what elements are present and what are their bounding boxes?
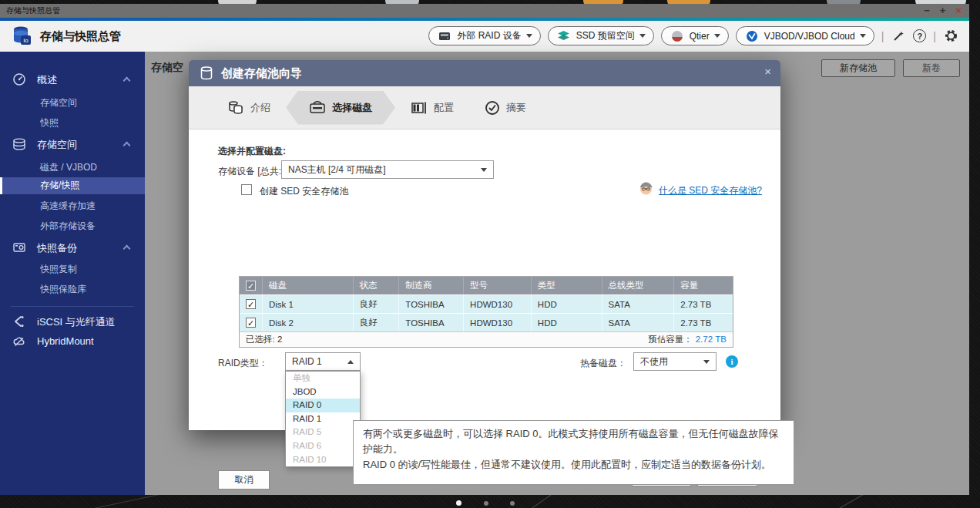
minimize-button[interactable]: − xyxy=(924,5,930,17)
selected-indicator xyxy=(0,177,2,194)
disk-table-header: ✓ 磁盘 状态 制造商 型号 类型 总线类型 容量 xyxy=(240,277,733,294)
table-row-disk2[interactable]: ✓ Disk 2 良好 TOSHIBA HDWD130 HDD SATA 2.7… xyxy=(240,313,733,331)
pool-cylinder-icon xyxy=(199,66,214,84)
ssd-cache-label: SSD 预留空间 xyxy=(576,29,635,42)
wizard-body: 选择并配置磁盘: 存储设备 [总共: 1 个设备]: NAS主机 [2/4 可用… xyxy=(189,130,780,430)
sidebar-item-external-storage[interactable]: 外部存储设备 xyxy=(0,218,145,235)
sidebar-item-storage-snapshots[interactable]: 存储/快照 xyxy=(0,177,145,194)
step-select-disks-active: 选择磁盘 xyxy=(286,91,395,125)
wizard-close-icon[interactable]: × xyxy=(764,65,771,78)
maximize-button[interactable]: + xyxy=(940,5,946,17)
cloud-icon xyxy=(12,335,26,348)
col-status[interactable]: 状态 xyxy=(354,277,400,294)
sidebar-section-snapshot-backup[interactable]: 快照备份 xyxy=(0,240,145,257)
sidebar-item-snapshot-replica[interactable]: 快照复制 xyxy=(0,261,145,278)
col-type[interactable]: 类型 xyxy=(532,277,602,294)
step-summary: 摘要 xyxy=(469,91,542,125)
external-raid-icon xyxy=(437,29,452,44)
storage-snapshots-app-icon: io xyxy=(11,25,34,48)
chevron-down-icon xyxy=(639,34,646,38)
step-introduction: 介绍 xyxy=(212,91,286,125)
raid-type-dropdown-list: 单独 JBOD RAID 0 RAID 1 RAID 5 RAID 6 RAID… xyxy=(285,371,361,467)
desktop-page-dot[interactable] xyxy=(484,501,488,506)
table-row-disk1[interactable]: ✓ Disk 1 良好 TOSHIBA HDWD130 HDD SATA 2.7… xyxy=(240,294,733,313)
chevron-down-icon xyxy=(481,168,487,172)
help-icon[interactable]: ? xyxy=(913,29,926,42)
disk1-checkbox[interactable]: ✓ xyxy=(246,299,256,309)
chevron-up-icon[interactable] xyxy=(123,142,131,150)
select-all-checkbox[interactable]: ✓ xyxy=(246,281,256,291)
chevron-up-icon[interactable] xyxy=(123,77,131,85)
raid-type-select[interactable]: RAID 1 xyxy=(285,352,361,371)
window-titlebar[interactable]: 存储与快照总管 − + × xyxy=(0,4,969,18)
hot-spare-select[interactable]: 不使用 xyxy=(633,352,717,371)
window-title: 存储与快照总管 xyxy=(6,5,60,16)
col-capacity[interactable]: 容量 xyxy=(674,277,733,294)
qtier-label: Qtier xyxy=(690,31,710,42)
col-bus[interactable]: 总线类型 xyxy=(602,277,675,294)
cancel-button[interactable]: 取消 xyxy=(218,470,270,489)
sidebar-item-cache-acceleration[interactable]: 高速缓存加速 xyxy=(0,198,145,215)
vjbod-icon xyxy=(744,29,760,44)
wizard-steps: 介绍 选择磁盘 配置 摘要 xyxy=(189,86,780,130)
qtier-button[interactable]: Qtier xyxy=(661,26,729,45)
col-manufacturer[interactable]: 制造商 xyxy=(399,277,464,294)
raid-option-raid1[interactable]: RAID 1 xyxy=(286,412,360,426)
raid-type-label: RAID类型： xyxy=(218,357,268,370)
sidebar-item-disks-vjbod[interactable]: 磁盘 / VJBOD xyxy=(0,160,145,177)
chevron-down-icon xyxy=(860,34,866,38)
toolbar-separator: | xyxy=(933,30,936,42)
sidebar-item-storage-space-overview[interactable]: 存储空间 xyxy=(0,95,145,112)
chevron-down-icon xyxy=(714,34,720,38)
sed-checkbox-label: 创建 SED 安全存储池 xyxy=(260,185,348,198)
raid-option-raid5: RAID 5 xyxy=(286,426,360,439)
ssd-cache-button[interactable]: SSD 预留空间 xyxy=(548,26,654,45)
disk-drive-icon xyxy=(309,101,326,115)
chevron-up-icon[interactable] xyxy=(123,245,131,253)
vjbod-button[interactable]: VJBOD/VJBOD Cloud xyxy=(736,26,874,45)
sidebar: 概述 存储空间 快照 存储空间 磁盘 / VJBOD 存储/快照 xyxy=(0,52,145,495)
external-raid-devices-button[interactable]: 外部 RAID 设备 xyxy=(428,26,540,45)
sidebar-item-snapshot-vault[interactable]: 快照保险库 xyxy=(0,281,145,298)
sed-checkbox[interactable] xyxy=(241,184,252,195)
new-volume-button[interactable]: 新卷 xyxy=(903,59,960,77)
info-icon[interactable]: i xyxy=(726,355,738,368)
create-storage-pool-wizard: 创建存储池向导 × 介绍 选择磁盘 配置 摘要 选择并配置磁盘: 存储 xyxy=(189,60,780,430)
sidebar-item-snapshot-overview[interactable]: 快照 xyxy=(0,115,145,132)
close-window-button[interactable]: × xyxy=(955,5,962,17)
step-configure: 配置 xyxy=(395,91,469,125)
estimated-capacity-value: 2.72 TB xyxy=(696,335,727,344)
chevron-up-icon xyxy=(347,360,354,364)
raid-option-jbod[interactable]: JBOD xyxy=(286,385,360,399)
wizard-header[interactable]: 创建存储池向导 × xyxy=(189,60,780,86)
raid-option-raid10: RAID 10 xyxy=(286,453,360,467)
sed-help-link[interactable]: 什么是 SED 安全存储池? xyxy=(659,184,762,197)
disk2-checkbox[interactable]: ✓ xyxy=(246,318,256,328)
sidebar-section-storage[interactable]: 存储空间 xyxy=(0,136,145,153)
desktop-page-dot[interactable] xyxy=(510,501,515,506)
qtier-icon xyxy=(670,29,685,44)
desktop-page-dot-active[interactable] xyxy=(456,500,461,506)
raid-option-raid0[interactable]: RAID 0 xyxy=(286,399,360,412)
disk-table-footer: 已选择: 2 预估容量：2.72 TB xyxy=(240,331,733,347)
gear-icon[interactable] xyxy=(943,29,958,44)
check-circle-icon xyxy=(485,100,500,116)
sidebar-item-hybridmount[interactable]: HybridMount xyxy=(0,334,145,351)
toolbar-separator: | xyxy=(881,30,884,42)
storage-device-select[interactable]: NAS主机 [2/4 可用磁盘] xyxy=(281,160,494,179)
sidebar-section-overview[interactable]: 概述 xyxy=(0,72,145,89)
sidebar-item-iscsi[interactable]: iSCSI 与光纤通道 xyxy=(0,314,145,331)
col-model[interactable]: 型号 xyxy=(464,277,532,294)
ssd-profiling-icon xyxy=(556,29,572,44)
disk-table: ✓ 磁盘 状态 制造商 型号 类型 总线类型 容量 ✓ Disk 1 良好 TO… xyxy=(239,276,733,348)
magic-wand-icon[interactable] xyxy=(891,29,906,44)
new-storage-pool-button[interactable]: 新存储池 xyxy=(821,59,895,77)
estimated-capacity: 预估容量：2.72 TB xyxy=(648,334,727,345)
camera-icon xyxy=(12,241,26,254)
raid0-tooltip: 有两个或更多磁盘时，可以选择 RAID 0。此模式支持使用所有磁盘容量，但无任何… xyxy=(353,420,794,485)
raid-option-raid6: RAID 6 xyxy=(286,439,360,453)
col-disk[interactable]: 磁盘 xyxy=(263,277,354,294)
section-heading: 选择并配置磁盘: xyxy=(218,145,286,158)
chevron-down-icon xyxy=(526,34,532,38)
external-raid-label: 外部 RAID 设备 xyxy=(457,29,521,42)
